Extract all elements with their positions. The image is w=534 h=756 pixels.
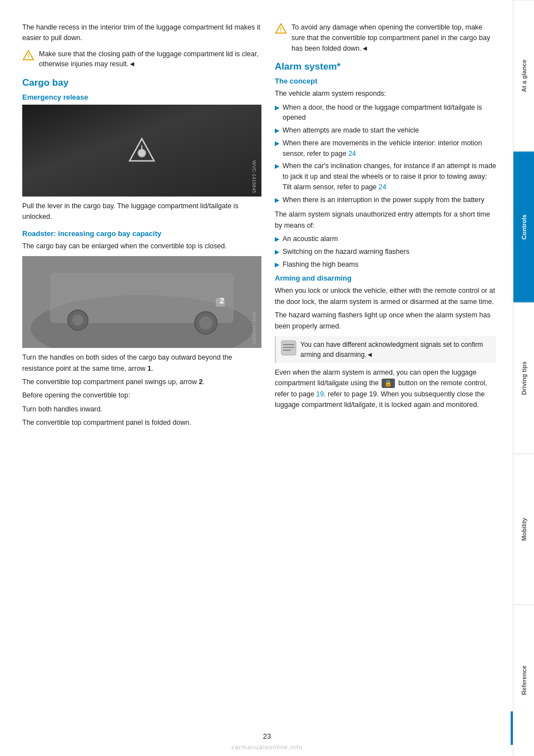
- blue-bar-indicator: [511, 711, 513, 745]
- svg-text:!: !: [280, 27, 281, 33]
- bullet-arrow-icon: ▶: [275, 103, 279, 124]
- concept-subtitle: The concept: [275, 77, 496, 85]
- svg-rect-12: [216, 298, 225, 307]
- arming-subtitle: Arming and disarming: [275, 274, 496, 282]
- warning-text-right: To avoid any damage when opening the con…: [291, 22, 496, 53]
- roadster-before-opening: Before opening the convertible top:: [22, 390, 261, 401]
- svg-rect-16: [283, 347, 294, 348]
- roadster-body: The cargo bay can be enlarged when the c…: [22, 241, 261, 252]
- emergency-release-image: WVC-1416845: [22, 105, 261, 197]
- bullet-arrow-icon: ▶: [275, 139, 279, 159]
- warning-box-left: ! Make sure that the closing path of the…: [22, 49, 261, 70]
- note-text: You can have different acknowledgment si…: [300, 340, 492, 360]
- image-label-1: WVC-1416845: [251, 160, 257, 193]
- emergency-release-caption: Pull the lever in the cargo bay. The lug…: [22, 201, 261, 223]
- list-item: ▶ When there are movements in the vehicl…: [275, 138, 496, 159]
- warning-icon-right: !: [275, 23, 287, 35]
- svg-text:!: !: [27, 53, 29, 59]
- left-column: The handle recess in the interior trim o…: [22, 22, 261, 734]
- warning-text-left: Make sure that the closing path of the l…: [39, 49, 261, 70]
- sidebar-tab-mobility[interactable]: Mobility: [513, 454, 534, 605]
- list-item: ▶ When a door, the hood or the luggage c…: [275, 102, 496, 124]
- sidebar-tab-controls[interactable]: Controls: [513, 151, 534, 303]
- signals-intro: The alarm system signals unauthorized en…: [275, 209, 496, 231]
- roadster-step2: The convertible top compartment panel is…: [22, 418, 261, 428]
- sidebar-tab-at-a-glance[interactable]: At a glance: [513, 0, 534, 151]
- svg-point-2: [138, 149, 146, 157]
- alarm-system-title: Alarm system*: [275, 61, 496, 72]
- concept-intro: The vehicle alarm system responds:: [275, 89, 496, 99]
- sidebar: At a glance Controls Driving tips Mobili…: [513, 0, 534, 756]
- watermark: carmanualsonline.info: [231, 744, 303, 750]
- roadster-caption1: Turn the handles on both sides of the ca…: [22, 352, 261, 374]
- roadster-step1: Turn both handles inward.: [22, 404, 261, 415]
- bullet-arrow-icon: ▶: [275, 260, 279, 270]
- note-box: You can have different acknowledgment si…: [275, 336, 496, 363]
- list-item: ▶ When the car's inclination changes, fo…: [275, 161, 496, 192]
- svg-rect-17: [283, 350, 291, 351]
- svg-rect-15: [283, 344, 294, 345]
- bullet-arrow-icon: ▶: [275, 234, 279, 244]
- warning-icon-left: !: [22, 50, 34, 62]
- sidebar-tab-reference[interactable]: Reference: [513, 605, 534, 756]
- concept-list: ▶ When a door, the hood or the luggage c…: [275, 102, 496, 205]
- list-item: ▶ Flashing the high beams: [275, 259, 496, 270]
- note-icon: [280, 340, 296, 355]
- svg-point-8: [199, 316, 212, 330]
- list-item: ▶ When there is an interruption in the p…: [275, 195, 496, 205]
- sidebar-tab-driving-tips[interactable]: Driving tips: [513, 302, 534, 454]
- bullet-arrow-icon: ▶: [275, 247, 279, 257]
- intro-text: The handle recess in the interior trim o…: [22, 22, 261, 43]
- bullet-arrow-icon: ▶: [275, 161, 279, 192]
- image-label-2: WVC-1416902: [251, 312, 257, 345]
- cargo-bay-title: Cargo bay: [22, 77, 261, 89]
- roadster-caption2: The convertible top compartment panel sw…: [22, 377, 261, 387]
- warning-box-right: ! To avoid any damage when opening the c…: [275, 22, 496, 53]
- right-column: ! To avoid any damage when opening the c…: [275, 22, 496, 734]
- list-item: ▶ An acoustic alarm: [275, 234, 496, 244]
- bullet-arrow-icon: ▶: [275, 195, 279, 205]
- roadster-title: Roadster: increasing cargo bay capacity: [22, 229, 261, 238]
- arming-text1: When you lock or unlock the vehicle, eit…: [275, 286, 496, 307]
- signals-list: ▶ An acoustic alarm ▶ Switching on the h…: [275, 234, 496, 269]
- arming-text3: Even when the alarm system is armed, you…: [275, 367, 496, 411]
- list-item: ▶ Switching on the hazard warning flashe…: [275, 247, 496, 257]
- bullet-arrow-icon: ▶: [275, 126, 279, 136]
- cargo-handles-image: 2 WVC-1416902: [22, 256, 261, 348]
- svg-point-10: [72, 315, 83, 326]
- list-item: ▶ When attempts are made to start the ve…: [275, 125, 496, 136]
- page-number: 23: [263, 732, 271, 740]
- emergency-release-title: Emergency release: [22, 93, 261, 101]
- main-content: The handle recess in the interior trim o…: [0, 0, 513, 756]
- arming-text2: The hazard warning flashers light up onc…: [275, 310, 496, 332]
